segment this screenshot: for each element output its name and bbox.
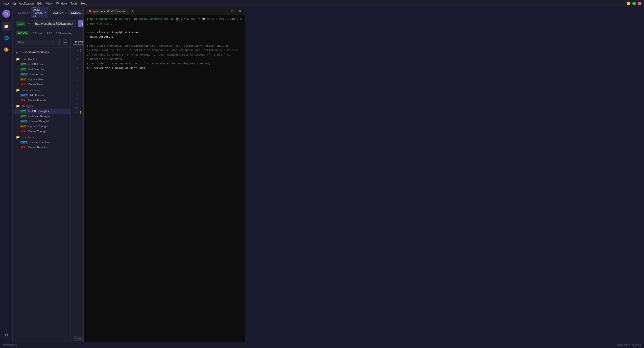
breadcrumb-home[interactable]: Insomnia (16, 11, 28, 14)
terminal-close-button[interactable]: ✕ (237, 8, 243, 14)
url-input[interactable] (33, 20, 76, 27)
response-ago: 3 Minutes Ago (56, 32, 73, 35)
status-code: 200 OK (16, 31, 29, 35)
heart-icon: ♥ (629, 344, 631, 346)
terminal-status-dot (89, 10, 91, 12)
menu-application[interactable]: Application (19, 2, 34, 5)
sidebar-item-delete-user[interactable]: DEL Delete User (13, 82, 70, 87)
sidebar-collection[interactable]: ◈ 18-social-network-api (13, 49, 70, 56)
sidebar-item-delete-reaction[interactable]: DEL Delete Reaction (13, 145, 70, 150)
sidebar-item-add-friends[interactable]: POST Add Friends (13, 93, 70, 98)
terminal-pane: npm run start ~/0/18-social + ─ □ ✕ [pbp… (83, 7, 245, 342)
minimize-button[interactable] (627, 2, 630, 5)
sidebar-item-create-thought[interactable]: POST Create Thought (13, 119, 70, 124)
debug-tab[interactable]: DEBUG (68, 10, 84, 15)
terminal-line-prompt: [pbp64→WORKSTATION in repo: 18-social-ne… (87, 17, 242, 22)
maximize-button[interactable] (632, 2, 636, 5)
sidebar-group-thoughts[interactable]: 📂 Thoughts (13, 103, 70, 109)
collection-icon: ◈ (16, 50, 18, 54)
response-footer: ⚙ (71, 334, 83, 342)
sidebar-item-create-user[interactable]: POST Create User (13, 72, 70, 77)
terminal-line-blank2 (87, 39, 242, 44)
sidebar-header: + ⋯ (13, 37, 70, 48)
nav-preferences[interactable]: ⚙ (2, 330, 11, 339)
sidebar-item-update-user[interactable]: PUT Update User (13, 77, 70, 82)
sidebar-item-update-thought[interactable]: PUT Update Thought (13, 124, 70, 129)
menu-edit[interactable]: Edit (37, 2, 42, 5)
sidebar-item-delete-thought[interactable]: DEL Delete Thought (13, 129, 70, 134)
close-button[interactable] (638, 2, 641, 5)
app-logo: 🔮 (2, 10, 10, 18)
nav-cookies[interactable]: 🍪 (2, 45, 11, 54)
item-label: Get All Thoughts (28, 110, 49, 113)
sidebar-group-friends-routes[interactable]: 📂 Friends Routes (13, 87, 70, 93)
sidebar-item-get-one-user[interactable]: GET Get One User (13, 67, 70, 72)
json-line-7: 7 "reactions": [], (73, 93, 83, 97)
json-line-11: 11 ] (73, 111, 83, 115)
response-time: 2.32 ms (32, 32, 42, 35)
item-label: Create User (30, 73, 44, 76)
group-friends-routes-label: Friends Routes (21, 89, 40, 92)
folder-icon: 📂 (16, 88, 20, 92)
design-tab[interactable]: DESIGN (50, 10, 66, 15)
json-line-5: 5 "username": "pbp64", (73, 80, 83, 84)
top-bar: Insomnia / 18-social-network-api-routes … (13, 7, 83, 18)
terminal-tab-label: npm run start ~/0/18-social (92, 10, 126, 13)
tab-preview[interactable]: Preview (73, 39, 83, 45)
item-label: Create Reaction (30, 141, 50, 144)
menu-tools[interactable]: Tools (70, 2, 78, 5)
sidebar-section: ◈ 18-social-network-api 📂 User Routes GE… (13, 48, 70, 151)
terminal-maximize-button[interactable]: □ (229, 8, 235, 14)
nav-environments[interactable]: 🌐 (2, 33, 11, 42)
item-label: Update Thought (28, 125, 48, 128)
json-line-9: 9 "reactionCount": 0 (73, 102, 83, 106)
method-tag-del: DEL (20, 99, 27, 102)
collection-name: 18-social-network-api (20, 51, 49, 54)
sidebar-item-create-reaction[interactable]: POST Create Reaction (13, 140, 70, 145)
folder-icon: 📂 (16, 135, 20, 139)
group-thoughts-label: Thoughts (21, 105, 33, 108)
item-label: Delete Friends (28, 99, 46, 102)
json-line-1: 1 [ (73, 48, 83, 53)
method-tag-put: PUT (20, 78, 27, 81)
sidebar-item-get-all-thoughts[interactable]: GET Get All Thoughts (13, 109, 70, 114)
breadcrumb-separator: / (29, 11, 30, 14)
response-tabs: Preview Headers 85 Cookies Timeline (71, 37, 83, 46)
method-tag-put: PUT (20, 125, 27, 128)
filter-response-input[interactable] (73, 336, 83, 341)
terminal-tab-active[interactable]: npm run start ~/0/18-social (86, 9, 129, 14)
filter-input[interactable] (16, 40, 55, 45)
json-line-4: 4 "thoughtText": "This thought was updat… (73, 66, 83, 80)
sidebar-item-get-one-thought[interactable]: GET Get One Thought (13, 114, 70, 119)
nav-requests[interactable]: 📁 (2, 22, 11, 31)
sidebar-item-get-all-users[interactable]: GET Get All Users (13, 62, 70, 67)
terminal-line-blank (87, 26, 242, 31)
terminal-line-warn2: (Use `node --trace-deprecation ...` to s… (87, 62, 242, 66)
sidebar-add-button[interactable]: + (57, 39, 61, 45)
terminal-new-tab-button[interactable]: + (130, 8, 136, 14)
menu-help[interactable]: Help (81, 2, 87, 5)
method-tag-get: GET (20, 110, 27, 113)
sidebar-item-delete-friends[interactable]: DEL Delete Friends (13, 98, 70, 103)
item-label: Delete Thought (28, 130, 47, 133)
menu-window[interactable]: Window (56, 2, 67, 5)
method-tag-post: POST (20, 141, 28, 144)
method-selector[interactable]: GET (16, 21, 26, 26)
response-pane: Preview Headers 85 Cookies Timeline 1 [ (71, 37, 83, 342)
preferences-link[interactable]: Preferences (3, 344, 17, 346)
method-tag-del: DEL (20, 130, 27, 133)
breadcrumb-dropdown-icon[interactable]: ▾ (44, 11, 46, 14)
terminal-minimize-button[interactable]: ─ (222, 8, 228, 14)
item-label: Create Thought (30, 120, 49, 123)
terminal-line-cmd: ❯ npm run start (87, 22, 242, 26)
terminal-line-out1: > social-network-api@1.0.0 start (87, 31, 242, 35)
method-tag-post: POST (20, 120, 28, 123)
json-line-6: 6 "createdAt": "02/01/2023 07:44 PM", (73, 84, 83, 93)
sidebar-group-reactions[interactable]: 📂 Reactions (13, 134, 70, 140)
title-bar: Insomnia Application Edit View Window To… (0, 0, 644, 7)
bottom-bar: Preferences Made with ♥ by Kong (0, 342, 644, 348)
menu-view[interactable]: View (46, 2, 53, 5)
group-reactions-label: Reactions (21, 136, 34, 139)
sidebar-menu-button[interactable]: ⋯ (63, 39, 68, 45)
sidebar-group-user-routes[interactable]: 📂 User Routes (13, 56, 70, 62)
